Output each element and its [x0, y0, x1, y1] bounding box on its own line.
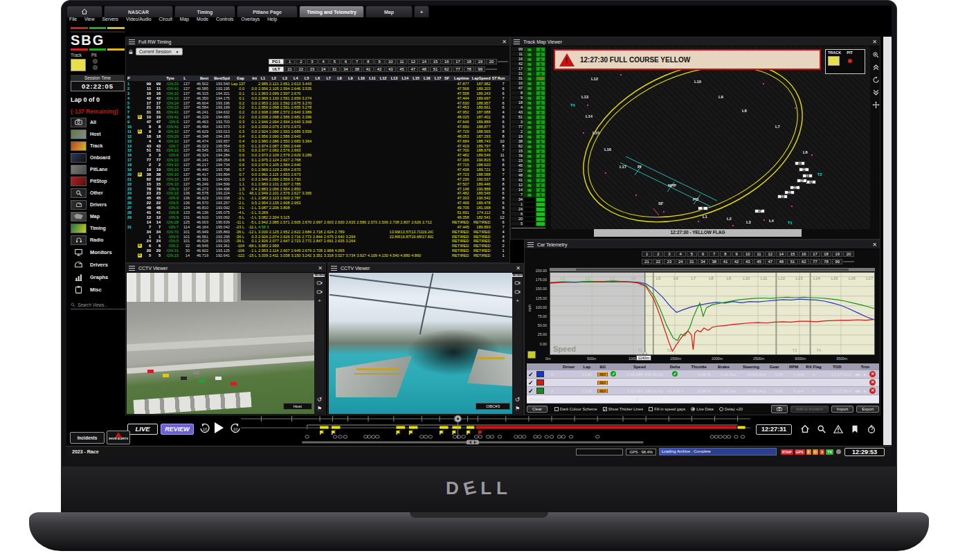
row-check[interactable]: ✓: [527, 371, 535, 378]
review-button[interactable]: REVIEW: [161, 424, 194, 435]
map-strip-row[interactable]: 45IN8: [512, 163, 551, 168]
sidebar-section-misc[interactable]: Misc: [71, 283, 126, 296]
car-number-cell[interactable]: 8: [363, 59, 373, 64]
pan-down-icon[interactable]: [872, 89, 880, 96]
map-strip-row[interactable]: 42IN9: [512, 62, 551, 66]
flag-icon[interactable]: ⚑: [515, 406, 520, 412]
car-number-cell[interactable]: 24: [676, 259, 686, 264]
car-number-cell[interactable]: 24: [318, 66, 329, 72]
timing-row[interactable]: 31616/ ON:1013746.315194.3210.10.12.9632…: [127, 91, 509, 96]
car-number-cell[interactable]: 2: [296, 59, 306, 64]
car-number-cell[interactable]: 41: [720, 259, 730, 264]
cctv1-video[interactable]: REVIEW + ↺ ⚑ Host: [127, 273, 325, 414]
timing-row[interactable]: 262222/ ON:513646.570193.257-2 L0.52.954…: [127, 201, 509, 206]
pan-up-icon[interactable]: [872, 64, 880, 71]
warning-icon[interactable]: [833, 424, 843, 434]
car-number-cell[interactable]: 22: [653, 259, 663, 264]
speed-graph[interactable]: L1L2L3L4L5L6L7L8L9L10L11L12L13L14L15L16L…: [550, 272, 875, 355]
car-number-cell-blank[interactable]: [486, 69, 496, 70]
car-number-cell[interactable]: 21: [284, 66, 295, 72]
car-number-cell[interactable]: 9: [374, 59, 385, 64]
add-icon[interactable]: +: [318, 298, 321, 304]
sidebar-section-drivers[interactable]: Drivers: [71, 258, 126, 271]
car-number-cell[interactable]: 8: [720, 251, 730, 257]
map-strip-row[interactable]: 99IN9: [512, 47, 551, 52]
car-number-cell[interactable]: 4: [318, 59, 329, 64]
car-number-cell[interactable]: 51: [787, 259, 797, 264]
car-number-cell[interactable]: 99: [475, 66, 485, 72]
home-icon[interactable]: [800, 424, 810, 434]
timing-row[interactable]: 21111/ ON:4113746.585193.1950.00.02.9562…: [127, 87, 509, 91]
sidebar-item-radio[interactable]: Radio: [71, 234, 126, 246]
import-button[interactable]: Import: [831, 406, 853, 413]
map-strip-row-retired[interactable]: 5: [512, 222, 551, 226]
car-number-cell[interactable]: 18: [464, 59, 474, 64]
car-number-cell[interactable]: 5: [687, 251, 697, 257]
map-strip-row[interactable]: 48IN4: [512, 173, 551, 178]
car-number-cell[interactable]: 42: [374, 66, 385, 72]
timing-row[interactable]: 62121/ ON:1013746.584193.1990.20.12.9592…: [127, 105, 509, 110]
map-strip-row-retired[interactable]: 6: [512, 212, 551, 217]
rotate-icon[interactable]: [872, 76, 880, 84]
car-number-cell[interactable]: 18: [821, 251, 831, 257]
close-icon[interactable]: ✕: [318, 265, 323, 271]
map-strip-row-retired[interactable]: 20: [512, 217, 551, 222]
trim-slider-icon[interactable]: ◀▶: [854, 372, 860, 377]
map-car-10[interactable]: 10: [777, 195, 788, 199]
telemetry-row-car-3[interactable]: ✓3-L138REF✓1:02.986 146.45 kp✓0.00 %0.00…: [527, 370, 879, 379]
car-number-cell[interactable]: 62: [799, 259, 809, 264]
sidebar-item-other[interactable]: Other: [71, 187, 126, 199]
live-data-radio[interactable]: [691, 407, 695, 411]
car-number-cell[interactable]: 42: [732, 259, 742, 264]
camera-icon[interactable]: [514, 289, 521, 295]
car-number-cell[interactable]: 45: [397, 66, 407, 72]
camera-icon[interactable]: [514, 280, 521, 286]
remove-trace-icon[interactable]: ✕: [869, 379, 876, 386]
sidebar-section-monitors[interactable]: Monitors: [71, 246, 126, 258]
car-number-cell[interactable]: 31: [329, 66, 340, 72]
sidebar-item-timing[interactable]: Timing: [71, 222, 126, 234]
tab-pitlane-page[interactable]: Pitlane Page: [237, 6, 298, 17]
right-scroll-strip[interactable]: [883, 37, 892, 445]
timeline-scroll-handle[interactable]: [467, 440, 479, 445]
menu-circuit[interactable]: Circuit: [159, 17, 172, 25]
map-car-16[interactable]: 16: [802, 174, 813, 178]
car-number-cell[interactable]: 23: [307, 66, 317, 72]
timing-row[interactable]: 1344/ ON:1013746.474193.6570.40.02.9802.…: [127, 139, 509, 144]
map-strip-row[interactable]: 17IN9: [512, 66, 551, 71]
hamburger-icon[interactable]: [129, 39, 135, 44]
thicker-lines-checkbox[interactable]: [603, 407, 607, 411]
timing-row[interactable]: 2020/ ON:313046.602193.125-106-1 L2.9532…: [127, 249, 509, 253]
car-number-cell[interactable]: 7: [709, 251, 719, 257]
timing-row[interactable]: 177777/ ON:1013746.141195.0540.60.12.975…: [127, 158, 509, 163]
map-strip-row[interactable]: 8IN5: [512, 91, 551, 96]
tab-nascar[interactable]: NASCAR: [104, 6, 173, 17]
hamburger-icon[interactable]: [514, 39, 520, 44]
timeline-handle[interactable]: [455, 415, 462, 422]
fill-gaps-checkbox[interactable]: [649, 407, 653, 411]
car-number-cell-blank[interactable]: [843, 261, 853, 262]
map-area[interactable]: 12:27:30 FULL COURSE YELLOW TRACKPIT L11…: [551, 46, 870, 229]
timing-row[interactable]: 94747/ ON:913746.463193.7030.30.12.9462.…: [127, 120, 509, 125]
car-number-cell[interactable]: 15: [430, 59, 440, 64]
car-number-cell[interactable]: 14: [776, 251, 786, 257]
timing-row[interactable]: 216262/ ON:1013746.391194.0031.00.32.946…: [127, 177, 509, 182]
map-strip-row[interactable]: 2IN9: [512, 129, 551, 134]
timing-row[interactable]: 155151/ ON:1013746.545193.3610.50.02.977…: [127, 148, 509, 153]
map-strip-row[interactable]: 4IN9: [512, 105, 551, 110]
bg-ref-badge[interactable]: REF: [595, 389, 611, 393]
timing-row[interactable]: 73131/ ON:4113746.241194.6320.20.02.9382…: [127, 110, 509, 115]
menu-map[interactable]: Map: [180, 17, 189, 25]
menu-view[interactable]: View: [84, 17, 95, 25]
row-check[interactable]: ✓: [527, 379, 535, 386]
timing-row[interactable]: 254545/ ON:913646.623193.038-2 L-1 L2.98…: [127, 196, 509, 201]
menu-servers[interactable]: Servers: [102, 17, 118, 25]
timing-row[interactable]: 20O3838/ ON:1013746.417193.8940.70.02.99…: [127, 172, 509, 177]
car-number-cell[interactable]: 17: [810, 251, 820, 257]
car-number-cell[interactable]: 78: [821, 259, 831, 264]
timing-row[interactable]: 191919/ ON:1013746.440193.7980.70.12.969…: [127, 168, 509, 172]
car-number-cell[interactable]: 10: [386, 59, 396, 64]
map-strip-row[interactable]: 14IN8: [512, 188, 551, 192]
tab-map[interactable]: Map: [365, 6, 413, 17]
map-strip-row[interactable]: 19IN9: [512, 134, 551, 139]
